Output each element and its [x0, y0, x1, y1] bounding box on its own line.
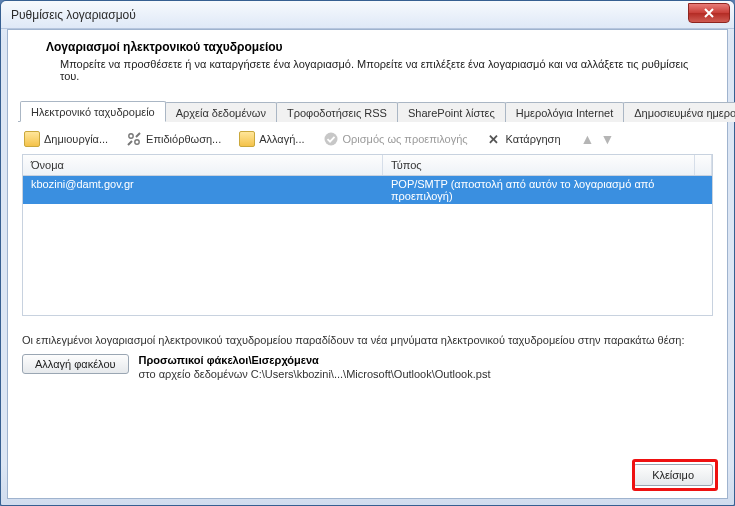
change-icon — [239, 131, 255, 147]
folder-row: Αλλαγή φακέλου Προσωπικοί φάκελοι\Εισερχ… — [22, 354, 713, 380]
svg-point-1 — [135, 140, 139, 144]
account-row-name: kbozini@damt.gov.gr — [23, 176, 383, 204]
dialog-header: Λογαριασμοί ηλεκτρονικού ταχυδρομείου Μπ… — [8, 30, 727, 98]
toolbar-repair-label: Επιδιόρθωση... — [146, 133, 221, 145]
toolbar-change-button[interactable]: Αλλαγή... — [237, 130, 306, 148]
toolbar: Δημιουργία... Επιδιόρθωση... Αλλαγή... Ο… — [8, 122, 727, 154]
window-title: Ρυθμίσεις λογαριασμού — [7, 8, 136, 22]
svg-point-2 — [324, 133, 337, 146]
change-folder-button[interactable]: Αλλαγή φακέλου — [22, 354, 129, 374]
account-row[interactable]: kbozini@damt.gov.gr POP/SMTP (αποστολή α… — [23, 176, 712, 204]
dialog-header-subtitle: Μπορείτε να προσθέσετε ή να καταργήσετε … — [32, 58, 703, 82]
toolbar-remove-label: Κατάργηση — [506, 133, 561, 145]
folder-info: Προσωπικοί φάκελοι\Εισερχόμενα στο αρχεί… — [139, 354, 491, 380]
titlebar[interactable]: Ρυθμίσεις λογαριασμού — [1, 1, 734, 29]
tabstrip: Ηλεκτρονικό ταχυδρομείο Αρχεία δεδομένων… — [18, 98, 717, 122]
tab-data-files[interactable]: Αρχεία δεδομένων — [165, 102, 277, 122]
toolbar-change-label: Αλλαγή... — [259, 133, 304, 145]
toolbar-new-button[interactable]: Δημιουργία... — [22, 130, 110, 148]
tab-published-calendars[interactable]: Δημοσιευμένα ημερολόγ — [623, 102, 735, 122]
toolbar-set-default-button: Ορισμός ως προεπιλογής — [321, 130, 470, 148]
account-row-type: POP/SMTP (αποστολή από αυτόν το λογαριασ… — [383, 176, 712, 204]
window-close-button[interactable] — [688, 3, 730, 23]
tab-rss[interactable]: Τροφοδοτήσεις RSS — [276, 102, 398, 122]
toolbar-new-label: Δημιουργία... — [44, 133, 108, 145]
col-header-type[interactable]: Τύπος — [383, 155, 695, 175]
toolbar-remove-button[interactable]: ✕ Κατάργηση — [484, 130, 563, 148]
accounts-list-header: Όνομα Τύπος — [22, 154, 713, 176]
tab-internet-calendars[interactable]: Ημερολόγια Internet — [505, 102, 624, 122]
toolbar-move-group: ▲ ▼ — [581, 132, 615, 146]
toolbar-set-default-label: Ορισμός ως προεπιλογής — [343, 133, 468, 145]
new-mail-icon — [24, 131, 40, 147]
folder-path: στο αρχείο δεδομένων C:\Users\kbozini\..… — [139, 368, 491, 380]
folder-title: Προσωπικοί φάκελοι\Εισερχόμενα — [139, 354, 319, 366]
check-circle-icon — [323, 131, 339, 147]
delivery-note: Οι επιλεγμένοι λογαριασμοί ηλεκτρονικού … — [22, 334, 713, 346]
close-button[interactable]: Κλείσιμο — [633, 464, 713, 486]
dialog-footer: Κλείσιμο — [633, 464, 713, 486]
close-icon — [704, 8, 714, 18]
col-header-name[interactable]: Όνομα — [23, 155, 383, 175]
move-up-icon[interactable]: ▲ — [581, 132, 595, 146]
remove-icon: ✕ — [486, 131, 502, 147]
client-area: Λογαριασμοί ηλεκτρονικού ταχυδρομείου Μπ… — [7, 29, 728, 499]
col-header-spacer — [695, 155, 712, 175]
move-down-icon[interactable]: ▼ — [600, 132, 614, 146]
toolbar-repair-button[interactable]: Επιδιόρθωση... — [124, 130, 223, 148]
repair-icon — [126, 131, 142, 147]
tab-sharepoint[interactable]: SharePoint λίστες — [397, 102, 506, 122]
tab-email[interactable]: Ηλεκτρονικό ταχυδρομείο — [20, 101, 166, 122]
dialog-header-title: Λογαριασμοί ηλεκτρονικού ταχυδρομείου — [32, 40, 703, 54]
svg-point-0 — [129, 134, 133, 138]
account-settings-window: Ρυθμίσεις λογαριασμού Λογαριασμοί ηλεκτρ… — [0, 0, 735, 506]
accounts-list[interactable]: kbozini@damt.gov.gr POP/SMTP (αποστολή α… — [22, 176, 713, 316]
